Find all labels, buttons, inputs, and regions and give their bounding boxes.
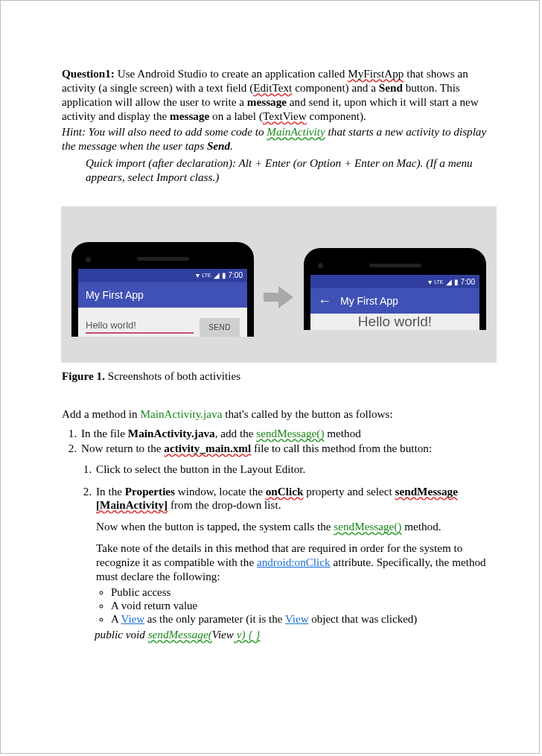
- quick-import-note: Quick import (after declaration): Alt + …: [86, 156, 496, 184]
- app-bar: My First App: [78, 282, 247, 308]
- camera-icon: [318, 263, 323, 268]
- instructions-lead: Add a method in MainActivity.java that's…: [62, 407, 496, 421]
- edittext-term: EditText: [253, 81, 292, 94]
- substep-1: Click to select the button in the Layout…: [95, 463, 496, 476]
- phone-mockup-1: ▾ LTE ◢ ▮ 7:00 My First App Hello world!…: [71, 242, 254, 337]
- phone-mockup-2: ▾ LTE ◢ ▮ 7:00 ← My First App Hello worl…: [304, 248, 486, 330]
- req-view: A View as the only parameter (it is the …: [111, 613, 496, 626]
- textview-term: TextView: [263, 109, 307, 122]
- question1-paragraph: Question1: Use Android Studio to create …: [62, 66, 496, 123]
- mainactivity-term: MainActivity: [267, 125, 325, 138]
- lte-icon: LTE: [202, 273, 211, 278]
- method-name: sendMessage(): [334, 520, 401, 533]
- clock-text: 7:00: [461, 278, 475, 286]
- figure-panel: ▾ LTE ◢ ▮ 7:00 My First App Hello world!…: [61, 206, 497, 363]
- speaker-icon: [137, 257, 189, 261]
- question-label: Question1:: [62, 67, 115, 80]
- battery-icon: ▮: [222, 271, 226, 279]
- file-link-green: MainActivity.java: [140, 407, 222, 420]
- hint-paragraph: Hint: You will also need to add some cod…: [62, 124, 496, 153]
- signal-icon: ▾: [428, 278, 432, 286]
- camera-icon: [86, 257, 91, 262]
- app-title: My First App: [340, 295, 398, 307]
- method-signature: public void sendMessage(View v) { }: [95, 627, 496, 641]
- method-name: sendMessage(): [256, 427, 324, 439]
- battery-icon: ▮: [454, 278, 459, 286]
- lte-icon: LTE: [434, 279, 443, 285]
- onclick-term: onClick: [266, 485, 304, 498]
- req-void: A void return value: [111, 600, 496, 612]
- document-page: Question1: Use Android Studio to create …: [0, 0, 540, 754]
- result-text: Hello world!: [310, 314, 479, 330]
- status-bar: ▾ LTE ◢ ▮ 7:00: [310, 275, 479, 288]
- substeps-list: Click to select the button in the Layout…: [62, 463, 496, 641]
- requirements-list: Public access A void return value A View…: [96, 586, 496, 626]
- signal-icon: ▾: [196, 271, 200, 279]
- send-button[interactable]: SEND: [200, 318, 240, 337]
- message-input[interactable]: Hello world!: [86, 318, 194, 334]
- status-bar: ▾ LTE ◢ ▮ 7:00: [78, 269, 247, 282]
- req-public: Public access: [111, 586, 496, 599]
- step-1: In the file MainActivity.java, add the s…: [80, 427, 496, 440]
- clock-text: 7:00: [229, 271, 243, 279]
- cell-icon: ◢: [214, 271, 220, 279]
- steps-list: In the file MainActivity.java, add the s…: [62, 427, 496, 455]
- step-2: Now return to the activity_main.xml file…: [80, 442, 496, 455]
- app-name: MyFirstApp: [348, 67, 404, 80]
- android-onclick-link[interactable]: android:onClick: [257, 556, 331, 568]
- view-link[interactable]: View: [121, 613, 144, 625]
- view-link[interactable]: View: [285, 613, 309, 625]
- figure-caption: Figure 1. Screenshots of both activities: [62, 369, 496, 383]
- substep-2: In the Properties window, locate the onC…: [95, 485, 496, 641]
- arrow-icon: [260, 289, 299, 305]
- send-bold: Send: [379, 81, 403, 94]
- app-bar: ← My First App: [310, 288, 479, 314]
- app-title: My First App: [86, 289, 144, 301]
- back-icon[interactable]: ←: [318, 294, 331, 308]
- cell-icon: ◢: [446, 278, 452, 286]
- speaker-icon: [369, 264, 421, 267]
